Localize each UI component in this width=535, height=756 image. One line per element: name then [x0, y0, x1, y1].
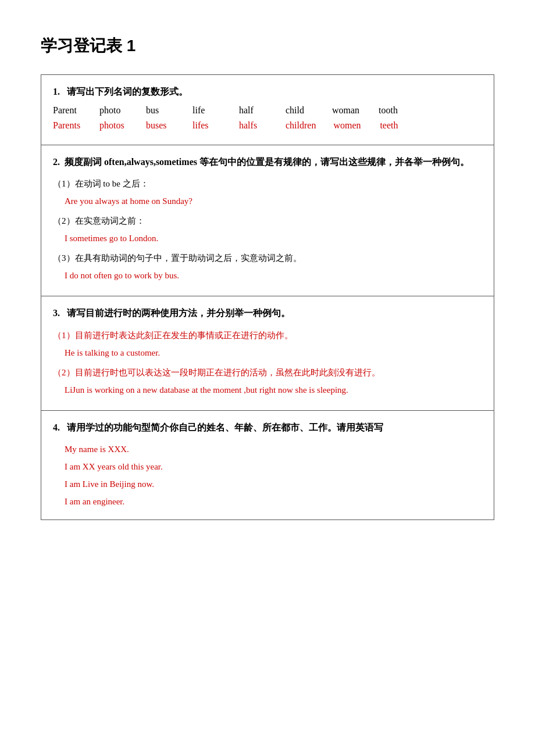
- section-3-item-2: （2）目前进行时也可以表达这一段时期正在进行的活动，虽然在此时此刻没有进行。 L…: [53, 364, 482, 399]
- section-4-answer-4: I am an engineer.: [65, 493, 482, 510]
- section-4-answer-2: I am XX years old this year.: [65, 458, 482, 475]
- section-4-answer-3: I am Live in Beijing now.: [65, 475, 482, 493]
- section-3-number: 3.: [53, 308, 60, 318]
- section-4-instruction: 请用学过的功能句型简介你自己的姓名、年龄、所在都市、工作。请用英语写: [67, 422, 383, 432]
- section-2-item-3-answer: I do not often go to work by bus.: [53, 267, 482, 284]
- section-2-item-1: （1）在动词 to be 之后： Are you always at home …: [53, 175, 482, 210]
- section-1-words-row: Parent photo bus life half child woman t…: [53, 105, 482, 116]
- section-3-item-2-label: （2）目前进行时也可以表达这一段时期正在进行的活动，虽然在此时此刻没有进行。: [53, 364, 482, 381]
- section-4-answers: My name is XXX. I am XX years old this y…: [53, 440, 482, 510]
- section-1-answers-row: Parents photos buses lifes halfs childre…: [53, 120, 482, 131]
- section-3-item-1-label: （1）目前进行时表达此刻正在发生的事情或正在进行的动作。: [53, 327, 482, 344]
- answer-children: children: [286, 120, 316, 131]
- section-4-number: 4.: [53, 422, 60, 432]
- answer-parents: Parents: [53, 120, 82, 131]
- section-4-answer-1: My name is XXX.: [65, 440, 482, 458]
- section-2-item-2-label: （2）在实意动词之前：: [53, 212, 482, 230]
- word-woman: woman: [332, 105, 361, 116]
- answer-women: women: [333, 120, 362, 131]
- section-2-header: 2. 频度副词 often,always,sometimes 等在句中的位置是有…: [53, 155, 482, 170]
- word-parent: Parent: [53, 105, 82, 116]
- section-4-header: 4. 请用学过的功能句型简介你自己的姓名、年龄、所在都市、工作。请用英语写: [53, 420, 482, 435]
- main-content-box: 1. 请写出下列名词的复数形式。 Parent photo bus life h…: [41, 74, 494, 520]
- section-2-item-1-answer: Are you always at home on Sunday?: [53, 192, 482, 210]
- section-2-item-1-label: （1）在动词 to be 之后：: [53, 175, 482, 192]
- section-3-item-1: （1）目前进行时表达此刻正在发生的事情或正在进行的动作。 He is talki…: [53, 327, 482, 361]
- section-1-instruction: 请写出下列名词的复数形式。: [67, 87, 188, 96]
- section-4: 4. 请用学过的功能句型简介你自己的姓名、年龄、所在都市、工作。请用英语写 My…: [41, 411, 494, 520]
- section-2-items: （1）在动词 to be 之后： Are you always at home …: [53, 175, 482, 284]
- answer-photos: photos: [99, 120, 129, 131]
- section-2-item-3-label: （3）在具有助动词的句子中，置于助动词之后，实意动词之前。: [53, 249, 482, 267]
- section-2-item-3: （3）在具有助动词的句子中，置于助动词之后，实意动词之前。 I do not o…: [53, 249, 482, 284]
- section-3-item-2-answer: LiJun is working on a new database at th…: [53, 381, 482, 399]
- section-3-items: （1）目前进行时表达此刻正在发生的事情或正在进行的动作。 He is talki…: [53, 327, 482, 399]
- section-1-header: 1. 请写出下列名词的复数形式。: [53, 84, 482, 99]
- section-3-instruction: 请写目前进行时的两种使用方法，并分别举一种例句。: [67, 308, 290, 318]
- section-3-item-1-answer: He is talking to a customer.: [53, 344, 482, 361]
- page-title: 学习登记表 1: [41, 35, 494, 57]
- section-1: 1. 请写出下列名词的复数形式。 Parent photo bus life h…: [41, 75, 494, 145]
- word-child: child: [286, 105, 315, 116]
- section-2-item-2-answer: I sometimes go to London.: [53, 230, 482, 247]
- word-photo: photo: [99, 105, 129, 116]
- word-bus: bus: [146, 105, 175, 116]
- answer-lifes: lifes: [192, 120, 222, 131]
- answer-teeth: teeth: [380, 120, 409, 131]
- section-3-header: 3. 请写目前进行时的两种使用方法，并分别举一种例句。: [53, 306, 482, 321]
- word-life: life: [192, 105, 222, 116]
- answer-halfs: halfs: [239, 120, 268, 131]
- section-2-item-2: （2）在实意动词之前： I sometimes go to London.: [53, 212, 482, 247]
- word-tooth: tooth: [379, 105, 408, 116]
- section-2: 2. 频度副词 often,always,sometimes 等在句中的位置是有…: [41, 145, 494, 297]
- word-half: half: [239, 105, 268, 116]
- section-1-number: 1.: [53, 87, 60, 96]
- section-3: 3. 请写目前进行时的两种使用方法，并分别举一种例句。 （1）目前进行时表达此刻…: [41, 296, 494, 411]
- section-2-number: 2.: [53, 157, 60, 167]
- answer-buses: buses: [146, 120, 175, 131]
